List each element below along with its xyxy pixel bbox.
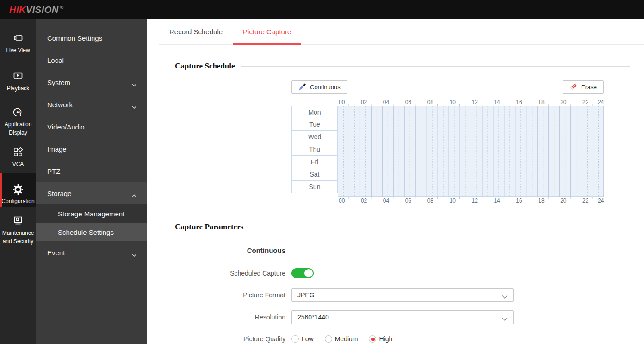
registered-mark: ® bbox=[60, 5, 64, 10]
submenu-item-label: Local bbox=[47, 56, 64, 64]
rail-item-maintenance-and-security[interactable]: Maintenance and Security bbox=[0, 216, 36, 245]
resolution-label: Resolution bbox=[147, 313, 285, 321]
submenu-item-label: Event bbox=[47, 249, 65, 257]
day-row-thu[interactable]: Thu bbox=[291, 143, 338, 156]
quality-option-medium[interactable]: Medium bbox=[325, 335, 358, 343]
scheduled-capture-row: Scheduled Capture bbox=[147, 268, 314, 278]
submenu-item-storage-management[interactable]: Storage Management bbox=[36, 204, 147, 223]
rail-item-vca[interactable]: VCA bbox=[0, 147, 36, 168]
rail-item-label: Maintenance and Security bbox=[2, 230, 34, 245]
rail-item-live-view[interactable]: Live View bbox=[0, 33, 36, 54]
submenu-item-label: Network bbox=[47, 101, 73, 109]
rail-item-label: Playback bbox=[7, 85, 30, 92]
gear-icon bbox=[0, 184, 36, 195]
chevron-down-icon bbox=[502, 315, 508, 323]
chevron-down-icon bbox=[131, 80, 137, 88]
picture-format-label: Picture Format bbox=[147, 291, 285, 299]
rail-item-label: Configuration bbox=[1, 198, 34, 204]
quality-option-low[interactable]: Low bbox=[291, 335, 314, 343]
config-submenu: Common SettingsLocalSystemNetworkVideo/A… bbox=[36, 19, 147, 344]
time-axis-bottom: 00020406081012141618202224 bbox=[291, 197, 604, 204]
submenu-item-schedule-settings[interactable]: Schedule Settings bbox=[36, 223, 147, 241]
resolution-value: 2560*1440 bbox=[297, 313, 329, 321]
maintenance-icon bbox=[0, 216, 36, 227]
submenu-item-network[interactable]: Network bbox=[36, 93, 147, 116]
tab-picture-capture[interactable]: Picture Capture bbox=[233, 19, 301, 45]
top-bar: HIKVISION® bbox=[0, 0, 644, 19]
submenu-item-video-audio[interactable]: Video/Audio bbox=[36, 116, 147, 138]
playback-icon bbox=[0, 71, 36, 82]
scheduled-capture-label: Scheduled Capture bbox=[147, 270, 285, 277]
radio-unchecked-icon[interactable] bbox=[291, 335, 299, 343]
day-row-tue[interactable]: Tue bbox=[291, 118, 338, 131]
schedule-toolbar: Continuous Erase bbox=[291, 80, 604, 94]
rail-item-playback[interactable]: Playback bbox=[0, 71, 36, 92]
scheduled-capture-toggle[interactable] bbox=[291, 268, 314, 278]
radio-unchecked-icon[interactable] bbox=[325, 335, 332, 343]
continuous-button-label: Continuous bbox=[310, 84, 341, 91]
hour-tick-marks bbox=[338, 197, 604, 199]
submenu-item-label: Storage Management bbox=[58, 210, 124, 218]
section-title: Capture Schedule bbox=[175, 61, 235, 71]
chevron-down-icon bbox=[131, 251, 137, 258]
tab-bar: Record SchedulePicture Capture bbox=[147, 19, 644, 45]
rail-item-application-display[interactable]: AIApplication Display bbox=[0, 107, 36, 136]
erase-button-label: Erase bbox=[581, 84, 597, 91]
day-row-fri[interactable]: Fri bbox=[291, 155, 338, 168]
parameter-group-title: Continuous bbox=[147, 246, 285, 254]
day-row-wed[interactable]: Wed bbox=[291, 130, 338, 143]
picture-quality-row: Picture Quality LowMediumHigh bbox=[147, 335, 392, 343]
picture-quality-label: Picture Quality bbox=[147, 335, 285, 343]
quality-option-label: Low bbox=[302, 335, 314, 343]
brush-icon bbox=[298, 82, 307, 92]
rail-item-label: VCA bbox=[12, 161, 24, 167]
ai-head-icon: AI bbox=[0, 107, 36, 118]
quality-option-label: High bbox=[379, 335, 392, 343]
vca-shapes-icon bbox=[0, 147, 36, 158]
logo-vision: VISION bbox=[26, 5, 59, 15]
resolution-select[interactable]: 2560*1440 bbox=[291, 310, 514, 324]
submenu-item-label: Storage bbox=[47, 190, 72, 197]
schedule-timeline[interactable] bbox=[338, 106, 604, 197]
continuous-draw-button[interactable]: Continuous bbox=[291, 80, 347, 94]
capture-parameters-section-header: Capture Parameters bbox=[175, 222, 630, 232]
picture-format-select[interactable]: JPEG bbox=[291, 288, 514, 302]
erase-button[interactable]: Erase bbox=[563, 80, 604, 94]
time-axis-top: 00020406081012141618202224 bbox=[291, 98, 604, 106]
quality-option-high[interactable]: High bbox=[369, 335, 392, 343]
tab-record-schedule[interactable]: Record Schedule bbox=[159, 19, 233, 45]
day-row-sun[interactable]: Sun bbox=[291, 180, 338, 193]
picture-quality-radio-group: LowMediumHigh bbox=[291, 335, 392, 343]
submenu-item-local[interactable]: Local bbox=[36, 49, 147, 71]
resolution-row: Resolution 2560*1440 bbox=[147, 310, 514, 324]
capture-schedule-section-header: Capture Schedule bbox=[175, 61, 630, 71]
section-divider bbox=[250, 227, 630, 227]
submenu-item-label: Video/Audio bbox=[47, 123, 85, 131]
submenu-item-image[interactable]: Image bbox=[36, 138, 147, 160]
picture-format-row: Picture Format JPEG bbox=[147, 288, 514, 302]
live-view-icon bbox=[0, 33, 36, 44]
hikvision-logo: HIKVISION® bbox=[9, 5, 64, 15]
submenu-item-ptz[interactable]: PTZ bbox=[36, 160, 147, 182]
submenu-item-label: Schedule Settings bbox=[58, 228, 114, 236]
submenu-item-common-settings[interactable]: Common Settings bbox=[36, 27, 147, 49]
toggle-knob bbox=[304, 269, 313, 277]
submenu-item-storage[interactable]: Storage bbox=[36, 182, 147, 204]
day-row-mon[interactable]: Mon bbox=[291, 106, 338, 118]
quality-option-label: Medium bbox=[335, 335, 358, 343]
day-row-sat[interactable]: Sat bbox=[291, 168, 338, 181]
main-content: Record SchedulePicture Capture Capture S… bbox=[147, 19, 644, 344]
submenu-item-label: Common Settings bbox=[47, 34, 102, 42]
parameter-group-row: Continuous bbox=[147, 246, 285, 254]
eraser-icon bbox=[570, 82, 578, 92]
capture-schedule-grid: 00020406081012141618202224 MonTueWedThuF… bbox=[291, 98, 604, 204]
submenu-item-label: System bbox=[47, 79, 70, 86]
submenu-item-system[interactable]: System bbox=[36, 71, 147, 93]
rail-item-configuration[interactable]: Configuration bbox=[0, 173, 36, 207]
chevron-up-icon bbox=[131, 191, 137, 199]
section-title: Capture Parameters bbox=[175, 222, 243, 232]
rail-item-label: Application Display bbox=[5, 121, 32, 136]
radio-checked-icon[interactable] bbox=[369, 335, 376, 343]
submenu-item-event[interactable]: Event bbox=[36, 241, 147, 264]
submenu-item-label: PTZ bbox=[47, 167, 60, 175]
